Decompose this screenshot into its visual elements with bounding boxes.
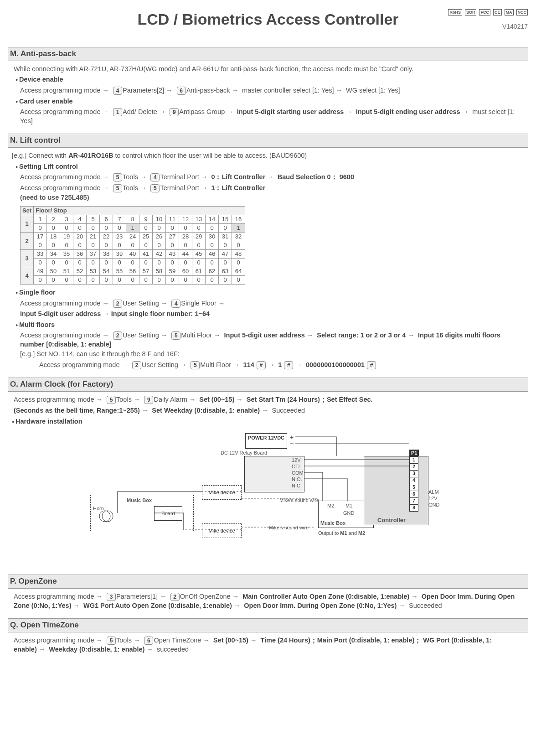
text: WG select [1: Yes] [346, 87, 400, 94]
cert-badges: RoHS SOR FCC CE MA NCC [448, 9, 528, 16]
section-m-intro: While connecting with AR-721U, AR-737H/U… [12, 65, 524, 74]
minus-label: − [290, 440, 294, 448]
text: Main Controller Auto Open Zone (0:disabl… [242, 593, 409, 600]
text: Daily Alarm [154, 396, 187, 403]
musicbox-r-label: Music Box [320, 520, 345, 527]
text: Access programming mode [39, 361, 120, 368]
text: 1：Lift Controller [211, 184, 265, 192]
p1-label: P1 [409, 450, 419, 456]
text: Input 5-digit user address [224, 331, 305, 339]
text: OnOff OpenZone [180, 593, 231, 600]
alm-label: ALM [428, 489, 439, 496]
text: Baud Selection 0： 9600 [278, 173, 354, 181]
key-4: 4 [150, 173, 160, 181]
output-label: Output to M1 and M2 [318, 530, 365, 537]
key-5: 5 [113, 173, 122, 181]
n-step-3b: Input 5-digit user addressInput single f… [12, 310, 524, 319]
mike-device-1: Mike device [202, 485, 242, 500]
gnd-label: GND [343, 510, 354, 517]
n-eg: [e.g.] Set NO. 114, can use it through t… [12, 350, 524, 359]
key-5: 5 [113, 184, 122, 192]
text: Tools [123, 173, 138, 181]
key-hash: # [367, 361, 376, 369]
text: Input 5-digit ending user address [356, 108, 460, 115]
text: Add/ Delete [123, 108, 157, 115]
text: Access programming mode [20, 331, 101, 339]
relay-12v: 12V [292, 457, 301, 464]
power-box: POWER 12VDC [245, 433, 287, 449]
o-bullet-hw: Hardware installation [12, 417, 524, 426]
text: 0：Lift Controller [211, 173, 265, 181]
text: Access programming mode [14, 396, 94, 403]
th-floor: Floor/ Stop [34, 206, 245, 215]
text: AR-401RO16B [68, 152, 113, 159]
relay-label: DC 12V Relay Board [221, 450, 267, 456]
section-n-heading: N. Lift control [8, 134, 528, 148]
m2-label: M2 [327, 502, 334, 509]
text: Set (00~15) [199, 396, 234, 403]
n-step-2: Access programming mode 5Tools 5Terminal… [12, 184, 524, 193]
key-3: 3 [107, 593, 116, 601]
section-q-heading: Q. Open TimeZone [8, 618, 528, 632]
text: Time (24 Hours)；Main Port (0:disable, 1:… [260, 637, 421, 644]
hardware-diagram: POWER 12VDC + − DC 12V Relay Board 12V C… [90, 433, 446, 561]
cert-badge: MA [505, 9, 514, 16]
p12v-label: 12V [428, 495, 438, 502]
text: Input single floor number: 1~64 [111, 310, 210, 317]
cert-badge: FCC [479, 9, 490, 16]
section-p-heading: P. OpenZone [8, 575, 528, 589]
key-9: 9 [170, 108, 179, 116]
m-step-2: Access programming mode 1Add/ Delete 9An… [12, 108, 524, 125]
text: Set Start Tm (24 Hours)；Set Effect Sec. [247, 396, 373, 403]
key-hash: # [284, 361, 293, 369]
text: Access programming mode [20, 300, 101, 307]
m1-label: M1 [345, 502, 352, 509]
text: WG1 Port Auto Open Zone (0:disable, 1:en… [83, 602, 232, 609]
text: Tools [116, 396, 132, 403]
text: Set Weekday (0:disable, 1: enable) [152, 407, 260, 414]
key-6: 6 [144, 637, 153, 645]
text: Tools [116, 637, 132, 644]
text: Antipass Group [179, 108, 225, 115]
text: Access programming mode [20, 87, 101, 94]
key-9: 9 [144, 396, 153, 404]
cert-badge: RoHS [448, 9, 462, 16]
text: succeeded [157, 646, 189, 653]
text: Access programming mode [20, 184, 101, 192]
text: Access programming mode [20, 173, 101, 181]
text: Terminal Port [160, 184, 199, 192]
text: User Setting [142, 361, 178, 368]
q-step-1: Access programming mode 5Tools 6Open Tim… [12, 636, 524, 654]
text: Multi Floor [181, 331, 212, 339]
text: Succeeded [409, 602, 442, 609]
text: Input 5-digit starting user address [237, 108, 344, 115]
n-note: (need to use 725L485) [12, 193, 524, 202]
text: 1 [278, 361, 282, 368]
m-bullet-device: Device enable [12, 75, 524, 84]
controller-box [364, 456, 428, 525]
key-5: 5 [150, 184, 160, 192]
text: POWER 12VDC [248, 435, 284, 440]
text: master controller select [1: Yes] [242, 87, 334, 94]
mike-device-2: Mike device [202, 523, 242, 538]
n-bullet-single: Single floor [12, 288, 524, 297]
text: Succeeded [272, 407, 305, 414]
section-m-heading: M. Anti-pass-back [8, 47, 528, 61]
board-box: Board [154, 506, 182, 521]
text: Access programming mode [14, 593, 94, 600]
text: 114 [243, 361, 254, 368]
relay-no: N.O. [292, 476, 302, 483]
text: Input 5-digit user address [20, 310, 101, 317]
text: Single Floor [181, 300, 216, 307]
o-step-1b: (Seconds as the bell time, Range:1~255) … [12, 406, 524, 415]
key-6: 6 [177, 87, 186, 95]
text: Tools [123, 184, 138, 192]
controller-label: Controller [377, 516, 406, 524]
cert-badge: SOR [465, 9, 477, 16]
horn-label: Horn [93, 505, 104, 512]
version-label: V140217 [502, 22, 528, 31]
n-step-3: Access programming mode 2User Setting 4S… [12, 299, 524, 308]
o-step-1: Access programming mode 5Tools 9Daily Al… [12, 395, 524, 404]
pgnd-label: GND [428, 502, 439, 508]
m-step-1: Access programming mode 4Parameters[2] 6… [12, 86, 524, 95]
